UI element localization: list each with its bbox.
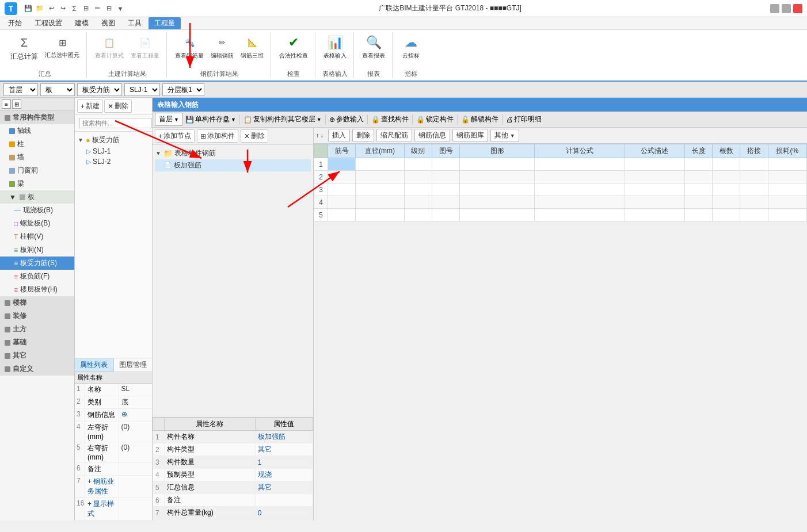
rebar-cell[interactable] (740, 158, 768, 171)
sidebar-item-custom[interactable]: 自定义 (0, 362, 74, 376)
rebar-drawing-btn[interactable]: 钢筋图库 (452, 129, 488, 142)
view-rebar-qty-btn[interactable]: 🔩 查看钢筋量 (173, 32, 206, 61)
rebar-cell[interactable] (356, 196, 405, 209)
new-component-btn[interactable]: + 新建 (77, 99, 103, 113)
rebar-cell[interactable] (740, 171, 768, 183)
menu-quantities[interactable]: 工程量 (149, 17, 181, 29)
rebar-cell[interactable] (685, 158, 713, 171)
rebar-cell[interactable] (404, 158, 432, 171)
qt-save[interactable]: 💾 (23, 3, 33, 14)
menu-project-settings[interactable]: 工程设置 (29, 17, 68, 29)
view-formula-btn[interactable]: 📋 查看计算式 (93, 32, 126, 61)
sidebar-item-slab-neg[interactable]: ≡ 板负筋(F) (0, 270, 74, 283)
rebar-cell[interactable] (328, 171, 356, 183)
rebar-cell[interactable] (432, 158, 460, 171)
rebar-cell[interactable] (685, 183, 713, 196)
rebar-cell[interactable] (768, 171, 806, 183)
sidebar-item-column[interactable]: 柱 (0, 137, 74, 151)
insert-btn[interactable]: 插入 (328, 129, 350, 142)
rebar-cell[interactable] (740, 196, 768, 209)
sidebar-item-foundation[interactable]: 基础 (0, 336, 74, 349)
sidebar-grid-view[interactable]: ⊞ (12, 99, 21, 109)
sidebar-item-cast-slab[interactable]: — 现浇板(B) (0, 204, 74, 217)
rebar-cell[interactable] (328, 209, 356, 221)
rebar-cell[interactable] (768, 209, 806, 221)
rebar-row[interactable]: 5 (314, 209, 807, 221)
sidebar-item-other[interactable]: 其它 (0, 349, 74, 362)
tree-node-slab-rebar-root[interactable]: ▼ ● 板受力筋 (77, 134, 150, 146)
rebar-cell[interactable] (460, 209, 535, 221)
rebar-cell[interactable] (713, 158, 740, 171)
menu-start[interactable]: 开始 (2, 17, 28, 29)
rebar-cell[interactable] (535, 171, 625, 183)
sidebar-item-slab-rebar[interactable]: ≡ 板受力筋(S) (0, 257, 74, 270)
rebar-cell[interactable] (625, 183, 684, 196)
copy-to-floor-btn[interactable]: 📋 复制构件到其它楼层 ▼ (243, 114, 322, 124)
props-tab-layers[interactable]: 图层管理 (114, 358, 153, 372)
menu-model[interactable]: 建模 (69, 17, 94, 29)
qt-grid[interactable]: ⊟ (104, 3, 114, 14)
component-search-input[interactable] (79, 118, 152, 128)
rebar-cell[interactable] (535, 158, 625, 171)
qt-table[interactable]: ⊞ (81, 3, 91, 14)
rebar-cell[interactable] (432, 209, 460, 221)
rebar-cell[interactable] (713, 209, 740, 221)
rebar-cell[interactable] (768, 183, 806, 196)
rebar-cell[interactable] (432, 183, 460, 196)
find-component-btn[interactable]: 🔒 查找构件 (371, 114, 409, 124)
view-report-main-btn[interactable]: 🔍 查看报表 (360, 32, 387, 61)
close-btn[interactable] (793, 4, 802, 13)
rebar-cell[interactable] (768, 196, 806, 209)
rebar-cell[interactable] (535, 183, 625, 196)
rebar-cell[interactable] (356, 183, 405, 196)
tree-node-slj1[interactable]: ▷ SLJ-1 (77, 146, 150, 156)
qt-formula[interactable]: Σ (69, 3, 79, 14)
rebar-cell[interactable] (404, 183, 432, 196)
sidebar-item-slab[interactable]: ▼ 板 (0, 190, 74, 204)
sidebar-item-axis[interactable]: 轴线 (0, 124, 74, 137)
rebar-cell[interactable] (713, 171, 740, 183)
rebar-cell[interactable] (625, 158, 684, 171)
rebar-cell[interactable] (740, 183, 768, 196)
sidebar-item-earthwork[interactable]: 土方 (0, 323, 74, 336)
sidebar-item-spiral-slab[interactable]: □ 螺旋板(B) (0, 217, 74, 230)
qt-open[interactable]: 📁 (35, 3, 45, 14)
calc-all-btn[interactable]: Σ 汇总计算 (8, 32, 40, 63)
qt-pen[interactable]: ✏ (92, 3, 102, 14)
sidebar-item-stair[interactable]: 楼梯 (0, 296, 74, 309)
rebar-cell[interactable] (625, 209, 684, 221)
sub-type-selector[interactable]: 板受力筋 (77, 83, 122, 96)
param-input-btn[interactable]: ⊕ 参数输入 (329, 114, 364, 124)
qt-more[interactable]: ▼ (115, 3, 125, 14)
add-component-btn[interactable]: ⊞ 添加构件 (197, 129, 238, 143)
rebar-cell[interactable] (460, 171, 535, 183)
rebar-cell[interactable] (685, 171, 713, 183)
rebar-cell[interactable] (740, 209, 768, 221)
unlock-component-btn[interactable]: 🔓 解锁构件 (461, 114, 498, 124)
rebar-cell[interactable] (685, 209, 713, 221)
dimension-btn[interactable]: 缩尺配筋 (376, 129, 412, 142)
sidebar-item-slab-hole[interactable]: ≡ 板洞(N) (0, 243, 74, 257)
rebar-cell[interactable] (432, 196, 460, 209)
rebar-cell[interactable] (432, 171, 460, 183)
legality-check-btn[interactable]: ✔ 合法性检查 (277, 32, 310, 61)
rebar-cell[interactable] (328, 196, 356, 209)
tree-node-slab-extra-rebar[interactable]: 📄 板加强筋 (155, 159, 311, 171)
rebar-info-btn[interactable]: 钢筋信息 (414, 129, 450, 142)
rebar-row[interactable]: 4 (314, 196, 807, 209)
minimize-btn[interactable] (770, 4, 779, 13)
rebar-cell[interactable] (460, 196, 535, 209)
rebar-cell[interactable] (404, 209, 432, 221)
sidebar-item-wall[interactable]: 墙 (0, 151, 74, 164)
cloud-index-btn[interactable]: ☁ 云指标 (398, 32, 424, 61)
qt-redo[interactable]: ↪ (58, 3, 68, 14)
props-tab-list[interactable]: 属性列表 (75, 358, 114, 372)
element-type-selector[interactable]: 板 (40, 83, 75, 96)
layer-selector[interactable]: 分层板1 (162, 83, 204, 96)
single-save-btn[interactable]: 💾 单构件存盘 ▼ (185, 114, 236, 124)
rebar-row[interactable]: 3 (314, 183, 807, 196)
rebar-cell[interactable] (460, 183, 535, 196)
sidebar-item-post-cap[interactable]: T 柱帽(V) (0, 230, 74, 243)
rebar-cell[interactable] (535, 209, 625, 221)
tree-node-table-rebar[interactable]: ▼ 📁 表格构件钢筋 (155, 147, 311, 159)
